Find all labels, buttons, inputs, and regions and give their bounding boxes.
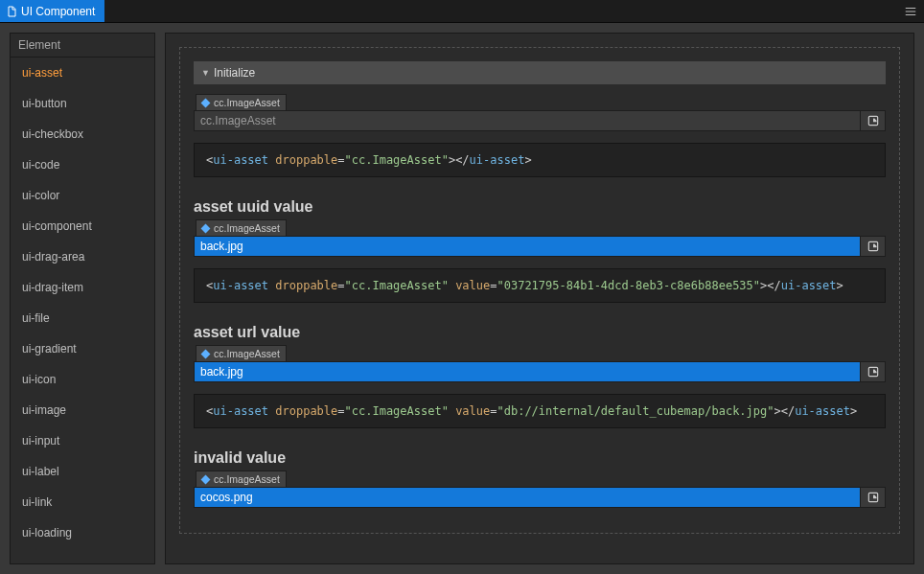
asset-type-badge: cc.ImageAsset	[196, 94, 287, 110]
asset-field: cc.ImageAssetback.jpg	[194, 345, 886, 382]
section-title: Initialize	[214, 66, 255, 80]
sidebar-item-ui-label[interactable]: ui-label	[11, 456, 154, 487]
picker-icon	[866, 491, 880, 504]
sidebar-item-ui-code[interactable]: ui-code	[11, 149, 154, 180]
diamond-icon	[201, 223, 211, 233]
examples-container: ▼ Initialize cc.ImageAssetcc.ImageAsset<…	[179, 47, 900, 534]
tab-ui-component[interactable]: UI Component	[0, 0, 104, 22]
file-icon	[6, 5, 17, 18]
asset-picker-button[interactable]	[860, 111, 885, 130]
sidebar-list[interactable]: ui-assetui-buttonui-checkboxui-codeui-co…	[11, 57, 154, 563]
menu-button[interactable]	[897, 0, 924, 22]
code-snippet: <ui-asset droppable="cc.ImageAsset" valu…	[194, 268, 886, 303]
asset-value[interactable]: cocos.png	[195, 488, 860, 507]
sidebar-item-ui-checkbox[interactable]: ui-checkbox	[11, 119, 154, 149]
sidebar-item-ui-file[interactable]: ui-file	[11, 303, 154, 333]
sidebar-header: Element	[11, 34, 154, 57]
asset-value[interactable]: back.jpg	[195, 362, 860, 381]
sidebar-item-ui-color[interactable]: ui-color	[11, 180, 154, 211]
asset-value[interactable]: back.jpg	[195, 237, 860, 256]
asset-value[interactable]: cc.ImageAsset	[195, 111, 860, 130]
sidebar-item-ui-link[interactable]: ui-link	[11, 487, 154, 517]
diamond-icon	[201, 474, 211, 484]
asset-picker-button[interactable]	[860, 237, 885, 256]
main-panel: ▼ Initialize cc.ImageAssetcc.ImageAsset<…	[165, 33, 914, 564]
section-collapse-header[interactable]: ▼ Initialize	[194, 61, 886, 84]
sidebar-item-ui-drag-item[interactable]: ui-drag-item	[11, 272, 154, 303]
tab-title: UI Component	[21, 5, 95, 18]
asset-field: cc.ImageAssetcocos.png	[194, 471, 886, 508]
diamond-icon	[201, 98, 211, 107]
asset-picker-button[interactable]	[860, 362, 885, 381]
code-snippet: <ui-asset droppable="cc.ImageAsset" valu…	[194, 394, 886, 428]
chevron-down-icon: ▼	[201, 68, 210, 78]
sidebar-item-ui-gradient[interactable]: ui-gradient	[11, 333, 154, 364]
picker-icon	[866, 114, 880, 127]
sidebar-item-ui-component[interactable]: ui-component	[11, 211, 154, 241]
sidebar: Element ui-assetui-buttonui-checkboxui-c…	[10, 33, 155, 564]
main-scroll[interactable]: ▼ Initialize cc.ImageAssetcc.ImageAsset<…	[166, 34, 913, 563]
sidebar-item-ui-drag-area[interactable]: ui-drag-area	[11, 241, 154, 272]
asset-input-row[interactable]: cc.ImageAsset	[194, 110, 886, 131]
sidebar-item-ui-input[interactable]: ui-input	[11, 425, 154, 456]
asset-input-row[interactable]: back.jpg	[194, 236, 886, 257]
asset-input-row[interactable]: cocos.png	[194, 487, 886, 508]
example-title: asset uuid value	[194, 198, 886, 216]
sidebar-item-ui-button[interactable]: ui-button	[11, 88, 154, 119]
example-title: asset url value	[194, 324, 886, 341]
asset-type-badge: cc.ImageAsset	[196, 219, 287, 236]
asset-input-row[interactable]: back.jpg	[194, 361, 886, 382]
menu-icon	[904, 5, 917, 18]
sidebar-item-ui-loading[interactable]: ui-loading	[11, 517, 154, 548]
asset-picker-button[interactable]	[860, 488, 885, 507]
asset-field: cc.ImageAssetback.jpg	[194, 219, 886, 257]
diamond-icon	[201, 349, 211, 358]
picker-icon	[866, 240, 880, 253]
asset-type-badge: cc.ImageAsset	[196, 471, 287, 487]
code-snippet: <ui-asset droppable="cc.ImageAsset"></ui…	[194, 143, 886, 177]
workspace: Element ui-assetui-buttonui-checkboxui-c…	[0, 23, 924, 574]
picker-icon	[866, 365, 880, 379]
sidebar-item-ui-icon[interactable]: ui-icon	[11, 364, 154, 395]
example-title: invalid value	[194, 449, 886, 467]
asset-type-badge: cc.ImageAsset	[196, 345, 287, 361]
asset-field: cc.ImageAssetcc.ImageAsset	[194, 94, 886, 131]
sidebar-item-ui-image[interactable]: ui-image	[11, 395, 154, 425]
sidebar-item-ui-asset[interactable]: ui-asset	[11, 57, 154, 88]
tab-bar: UI Component	[0, 0, 924, 23]
